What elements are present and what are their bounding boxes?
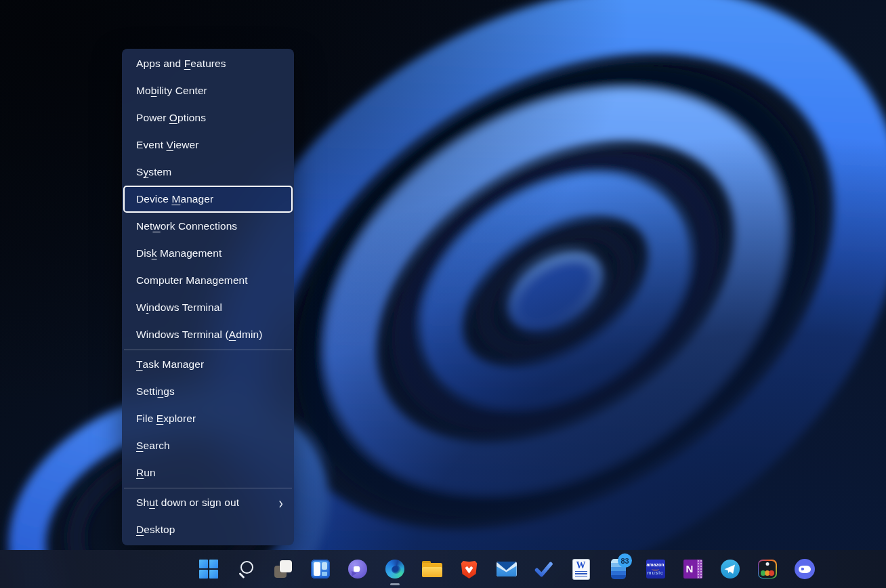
taskbar-badged-app-button[interactable]: 83	[599, 550, 637, 588]
taskbar-telegram-button[interactable]	[711, 550, 748, 588]
chevron-right-icon: ›	[279, 495, 283, 511]
winx-menu: Apps and FeaturesMobility CenterPower Op…	[122, 49, 294, 545]
amazon-music-icon: amazon music	[646, 560, 665, 579]
chat-icon	[348, 560, 367, 579]
menu-separator	[123, 486, 293, 489]
menu-item-settings[interactable]: Settings	[123, 378, 293, 405]
menu-item-computer-management[interactable]: Computer Management	[123, 267, 293, 294]
menu-item-search[interactable]: Search	[123, 432, 293, 459]
menu-item-shut-down-or-sign-out[interactable]: Shut down or sign out›	[123, 489, 293, 516]
taskbar-widgets-button[interactable]	[301, 550, 339, 588]
onenote-icon: N	[683, 560, 702, 579]
onenote-letter: N	[686, 563, 694, 574]
taskbar-chat-button[interactable]	[339, 550, 376, 588]
menu-item-device-manager[interactable]: Device Manager	[123, 186, 293, 213]
taskbar: W 83 amazon music N	[0, 550, 886, 588]
davinci-resolve-icon	[758, 560, 777, 579]
menu-item-windows-terminal[interactable]: Windows Terminal	[123, 294, 293, 321]
taskbar-file-explorer-button[interactable]	[413, 550, 450, 588]
discord-icon	[795, 559, 815, 579]
taskbar-mail-button[interactable]	[488, 550, 525, 588]
telegram-icon	[721, 560, 740, 579]
taskbar-start-button[interactable]	[190, 550, 227, 588]
widgets-icon	[311, 560, 330, 579]
notification-badge: 83	[618, 553, 632, 568]
file-explorer-icon	[422, 561, 442, 577]
brave-browser-icon	[461, 560, 478, 579]
menu-item-run[interactable]: Run	[123, 459, 293, 486]
taskbar-todo-button[interactable]	[525, 550, 562, 588]
menu-item-desktop[interactable]: Desktop	[123, 516, 293, 543]
taskbar-onenote-button[interactable]: N	[674, 550, 711, 588]
menu-item-windows-terminal-admin[interactable]: Windows Terminal (Admin)	[123, 321, 293, 348]
search-icon	[236, 560, 255, 579]
taskbar-davinci-resolve-button[interactable]	[748, 550, 786, 588]
menu-item-mobility-center[interactable]: Mobility Center	[123, 77, 293, 104]
task-view-icon	[274, 560, 293, 579]
taskbar-edge-button[interactable]	[376, 550, 413, 588]
taskbar-brave-button[interactable]	[450, 550, 488, 588]
menu-item-task-manager[interactable]: Task Manager	[123, 351, 293, 378]
menu-item-system[interactable]: System	[123, 159, 293, 186]
menu-item-network-connections[interactable]: Network Connections	[123, 213, 293, 240]
menu-item-power-options[interactable]: Power Options	[123, 104, 293, 131]
running-app-indicator	[390, 583, 400, 585]
mail-icon	[497, 562, 517, 576]
taskbar-icons: W 83 amazon music N	[190, 550, 823, 588]
word-icon: W	[573, 560, 589, 579]
to-do-check-icon	[534, 562, 553, 577]
taskbar-word-button[interactable]: W	[562, 550, 599, 588]
taskbar-discord-button[interactable]	[786, 550, 823, 588]
menu-item-apps-and-features[interactable]: Apps and Features	[123, 50, 293, 77]
menu-separator	[123, 348, 293, 351]
menu-item-file-explorer[interactable]: File Explorer	[123, 405, 293, 432]
menu-item-disk-management[interactable]: Disk Management	[123, 240, 293, 267]
taskbar-search-button[interactable]	[227, 550, 264, 588]
word-letter: W	[573, 560, 589, 571]
taskbar-task-view-button[interactable]	[264, 550, 301, 588]
taskbar-amazon-music-button[interactable]: amazon music	[637, 550, 674, 588]
desktop[interactable]: Apps and FeaturesMobility CenterPower Op…	[0, 0, 886, 588]
menu-item-event-viewer[interactable]: Event Viewer	[123, 131, 293, 159]
edge-browser-icon	[385, 560, 404, 579]
windows-start-icon	[199, 560, 218, 579]
